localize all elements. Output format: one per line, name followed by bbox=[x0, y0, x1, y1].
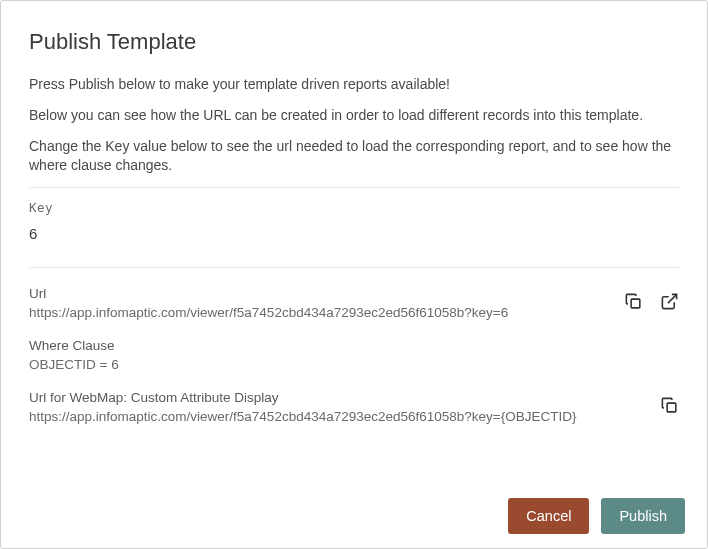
key-input[interactable] bbox=[29, 223, 679, 257]
open-external-icon bbox=[660, 292, 679, 315]
copy-icon bbox=[624, 292, 643, 315]
modal-title: Publish Template bbox=[29, 29, 679, 55]
where-clause-value: OBJECTID = 6 bbox=[29, 357, 679, 372]
url-value: https://app.infomaptic.com/viewer/f5a745… bbox=[29, 305, 679, 320]
publish-template-modal: Publish Template Press Publish below to … bbox=[0, 0, 708, 549]
webmap-url-label: Url for WebMap: Custom Attribute Display bbox=[29, 390, 679, 405]
intro-line-3: Change the Key value below to see the ur… bbox=[29, 137, 679, 175]
url-actions bbox=[623, 294, 679, 314]
divider bbox=[29, 267, 679, 268]
webmap-url-actions bbox=[659, 398, 679, 418]
open-url-button[interactable] bbox=[659, 294, 679, 314]
copy-webmap-url-button[interactable] bbox=[659, 398, 679, 418]
svg-rect-2 bbox=[667, 403, 676, 412]
intro-text: Press Publish below to make your templat… bbox=[29, 75, 679, 175]
key-section: Key bbox=[29, 200, 679, 257]
publish-button[interactable]: Publish bbox=[601, 498, 685, 534]
divider bbox=[29, 187, 679, 188]
intro-line-1: Press Publish below to make your templat… bbox=[29, 75, 679, 94]
copy-url-button[interactable] bbox=[623, 294, 643, 314]
copy-icon bbox=[660, 396, 679, 419]
webmap-url-group: Url for WebMap: Custom Attribute Display… bbox=[29, 390, 679, 424]
intro-line-2: Below you can see how the URL can be cre… bbox=[29, 106, 679, 125]
key-label: Key bbox=[29, 200, 679, 215]
modal-footer: Cancel Publish bbox=[508, 498, 685, 534]
svg-rect-0 bbox=[631, 299, 640, 308]
where-clause-group: Where Clause OBJECTID = 6 bbox=[29, 338, 679, 372]
cancel-button[interactable]: Cancel bbox=[508, 498, 589, 534]
url-label: Url bbox=[29, 286, 679, 301]
webmap-url-value: https://app.infomaptic.com/viewer/f5a745… bbox=[29, 409, 679, 424]
svg-line-1 bbox=[667, 294, 676, 303]
where-clause-label: Where Clause bbox=[29, 338, 679, 353]
url-group: Url https://app.infomaptic.com/viewer/f5… bbox=[29, 286, 679, 320]
